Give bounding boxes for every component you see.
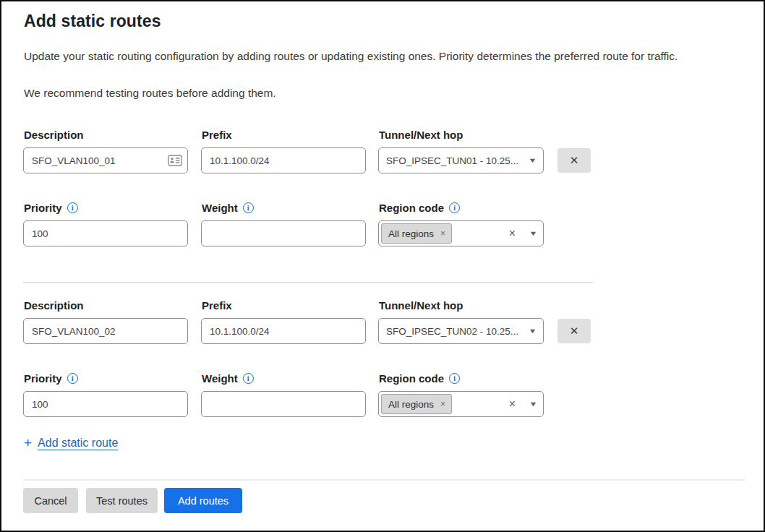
region-chip: All regions × bbox=[381, 223, 452, 244]
dialog-description: Update your static routing configuration… bbox=[24, 49, 751, 64]
cancel-button[interactable]: Cancel bbox=[23, 488, 78, 513]
region-code-label: Region code i bbox=[379, 372, 460, 385]
priority-info-icon[interactable]: i bbox=[67, 373, 78, 384]
priority-info-icon[interactable]: i bbox=[67, 202, 78, 213]
prefix-input[interactable] bbox=[201, 318, 366, 344]
add-routes-button[interactable]: Add routes bbox=[164, 488, 242, 513]
priority-input[interactable] bbox=[23, 220, 188, 246]
clear-selection-icon[interactable]: × bbox=[509, 398, 516, 410]
region-chip: All regions × bbox=[381, 394, 452, 414]
chevron-down-icon: ▼ bbox=[529, 327, 537, 335]
tunnel-next-hop-select[interactable]: SFO_IPSEC_TUN02 - 10.25... ▼ bbox=[378, 318, 544, 344]
plus-icon: + bbox=[24, 436, 32, 450]
route-entry-1: Description Prefix Tunnel/Next hop SFO_I… bbox=[23, 129, 594, 248]
tunnel-selected-value: SFO_IPSEC_TUN02 - 10.25... bbox=[386, 326, 523, 337]
dialog-note: We recommend testing routes before addin… bbox=[24, 86, 751, 101]
weight-input[interactable] bbox=[201, 220, 366, 246]
weight-info-icon[interactable]: i bbox=[243, 202, 254, 213]
region-code-label: Region code i bbox=[379, 202, 460, 214]
chevron-down-icon: ▼ bbox=[529, 230, 538, 237]
region-chip-label: All regions bbox=[388, 399, 434, 410]
priority-label: Priority i bbox=[24, 372, 78, 385]
weight-input[interactable] bbox=[201, 391, 366, 417]
footer-separator bbox=[23, 479, 745, 481]
chevron-down-icon: ▼ bbox=[529, 157, 537, 164]
chip-remove-icon[interactable]: × bbox=[440, 399, 445, 409]
description-input[interactable] bbox=[23, 318, 188, 344]
tunnel-next-hop-label: Tunnel/Next hop bbox=[379, 299, 463, 312]
prefix-label: Prefix bbox=[202, 129, 232, 141]
route-separator bbox=[23, 282, 593, 283]
route-entry-2: Description Prefix Tunnel/Next hop SFO_I… bbox=[23, 299, 594, 419]
test-routes-button[interactable]: Test routes bbox=[86, 488, 158, 513]
chevron-down-icon: ▼ bbox=[529, 400, 538, 408]
remove-route-button[interactable]: ✕ bbox=[557, 148, 591, 173]
weight-info-icon[interactable]: i bbox=[243, 373, 254, 384]
region-info-icon[interactable]: i bbox=[449, 202, 460, 213]
priority-label: Priority i bbox=[24, 202, 78, 214]
page-title: Add static routes bbox=[24, 12, 161, 31]
tunnel-next-hop-select[interactable]: SFO_IPSEC_TUN01 - 10.25... ▼ bbox=[378, 147, 544, 173]
remove-route-button[interactable]: ✕ bbox=[557, 319, 591, 343]
region-info-icon[interactable]: i bbox=[449, 373, 460, 384]
chip-remove-icon[interactable]: × bbox=[440, 228, 445, 239]
tunnel-selected-value: SFO_IPSEC_TUN01 - 10.25... bbox=[386, 155, 523, 166]
region-code-multiselect[interactable]: All regions × × ▼ bbox=[378, 220, 544, 246]
prefix-input[interactable] bbox=[201, 147, 366, 173]
region-chip-label: All regions bbox=[388, 228, 434, 239]
add-static-routes-dialog: Add static routes Update your static rou… bbox=[0, 0, 765, 532]
clear-selection-icon[interactable]: × bbox=[509, 228, 516, 239]
add-static-route-label: Add static route bbox=[38, 437, 118, 450]
weight-label: Weight i bbox=[202, 202, 254, 214]
region-code-multiselect[interactable]: All regions × × ▼ bbox=[378, 391, 544, 417]
description-label: Description bbox=[24, 129, 84, 141]
add-static-route-link[interactable]: + Add static route bbox=[24, 436, 118, 450]
tunnel-next-hop-label: Tunnel/Next hop bbox=[379, 129, 463, 141]
description-input[interactable] bbox=[23, 147, 188, 173]
priority-input[interactable] bbox=[23, 391, 188, 417]
description-label: Description bbox=[24, 299, 84, 312]
prefix-label: Prefix bbox=[202, 299, 232, 312]
weight-label: Weight i bbox=[202, 372, 254, 385]
